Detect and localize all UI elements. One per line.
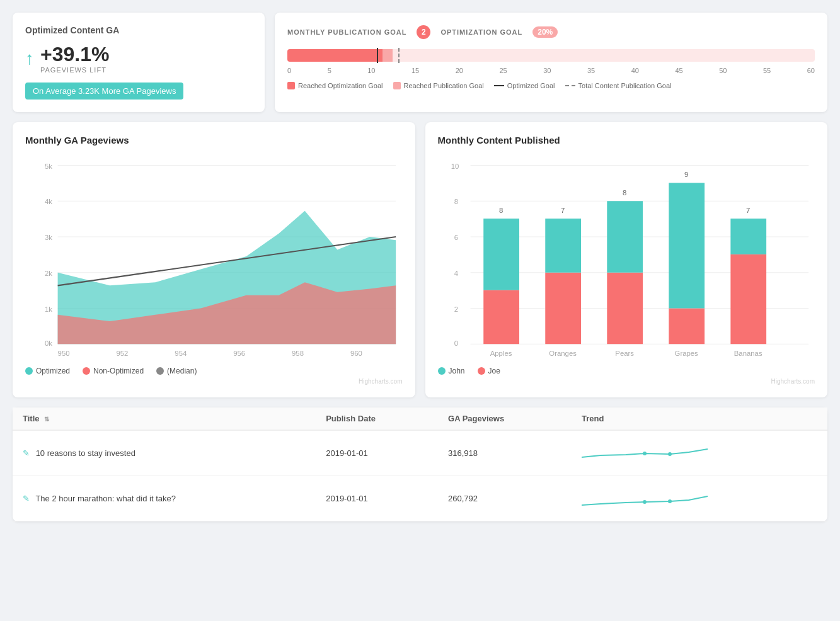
legend-reached-pub: Reached Publication Goal [393,82,484,89]
content-published-svg: 10 8 6 4 2 0 8 7 [438,156,815,357]
monthly-pub-label: MONTHLY PUBLICATION GOAL [287,28,406,36]
svg-text:0: 0 [454,339,457,347]
row1-trend [572,430,827,476]
ga-pageviews-svg: 5k 4k 3k 2k 1k 0k 950 952 954 956 958 [25,156,403,357]
svg-text:Pears: Pears [615,350,634,357]
goal-line-dashed [398,48,400,63]
svg-text:1k: 1k [45,305,52,313]
svg-text:Apples: Apples [490,350,512,357]
joe-dot [478,367,485,375]
table-header-row: Title ⇅ Publish Date GA Pageviews Trend [13,407,827,430]
content-chart-credit: Highcharts.com [438,378,815,385]
ga-chart-title: Monthly GA Pageviews [25,135,403,145]
row1-date: 2019-01-01 [316,430,438,476]
svg-text:2k: 2k [45,270,52,277]
svg-point-46 [668,499,672,503]
bar-apples-joe [483,290,519,345]
optimized-content-ga-card: Optimized Content GA ↑ +39.1% PAGEVIEWS … [13,13,265,112]
svg-text:Bananas: Bananas [734,350,762,357]
col-title: Title ⇅ [13,407,316,430]
bar-bananas-john [730,219,766,254]
optimized-dot [25,367,33,375]
lift-arrow-icon: ↑ [25,50,34,67]
svg-point-43 [643,452,647,455]
svg-text:8: 8 [498,207,502,214]
content-table-card: Title ⇅ Publish Date GA Pageviews Trend … [13,407,827,521]
axis-labels: 0 5 10 15 20 25 30 35 40 45 50 55 60 [287,67,815,74]
ga-chart-legend: Optimized Non-Optimized (Median) [25,367,403,375]
table-row: ✎ 10 reasons to stay invested 2019-01-01… [13,430,827,476]
publication-bar-area: 0 5 10 15 20 25 30 35 40 45 50 55 60 [287,49,815,74]
john-dot [438,367,446,375]
svg-point-44 [668,452,672,456]
progress-fill-pink [383,49,393,62]
bar-grapes-joe [669,308,705,344]
ga-chart-credit: Highcharts.com [25,378,403,385]
bar-oranges-john [545,219,581,273]
svg-text:950: 950 [58,350,70,357]
content-chart-title: Monthly Content Published [438,135,815,145]
bar-bananas-joe [730,254,766,344]
svg-text:7: 7 [746,207,750,214]
legend-total-pub-goal: Total Content Publication Goal [565,82,672,89]
non-optimized-dot [83,367,90,375]
svg-text:3k: 3k [45,234,52,241]
row2-date: 2019-01-01 [316,476,438,521]
monthly-ga-pageviews-card: Monthly GA Pageviews 5k 4k 3k 2k 1k 0k 9… [13,122,415,397]
row2-pageviews: 260,792 [438,476,572,521]
bar-apples-john [483,219,519,290]
row2-title: ✎ The 2 hour marathon: what did it take? [13,476,316,521]
edit-icon-2[interactable]: ✎ [23,494,30,503]
col-trend: Trend [572,407,827,430]
svg-text:2: 2 [454,305,457,313]
svg-text:7: 7 [560,207,564,214]
svg-text:954: 954 [175,350,187,357]
trend-svg-1 [582,440,708,465]
bar-oranges-joe [545,273,581,345]
legend-optimized: Optimized [25,367,70,375]
legend-optimized-goal: Optimized Goal [494,82,555,89]
svg-text:952: 952 [116,350,128,357]
lift-label: PAGEVIEWS LIFT [40,66,109,74]
svg-text:958: 958 [292,350,304,357]
publication-goal-card: MONTHLY PUBLICATION GOAL 2 OPTIMIZATION … [275,13,827,112]
lift-avg-text: On Average 3.23K More GA Pageviews [25,83,183,100]
svg-text:4: 4 [454,270,457,277]
col-publish-date: Publish Date [316,407,438,430]
legend-joe: Joe [478,367,500,375]
pub-header: MONTHLY PUBLICATION GOAL 2 OPTIMIZATION … [287,25,815,39]
legend-line-dashed [565,85,575,86]
legend-dot-red [287,82,295,89]
legend-john: John [438,367,465,375]
joe-label: Joe [488,367,500,375]
sort-icon[interactable]: ⇅ [44,416,49,423]
legend-non-optimized: Non-Optimized [83,367,144,375]
trend-svg-2 [582,485,708,510]
legend-median: (Median) [156,367,197,375]
non-optimized-label: Non-Optimized [93,367,144,375]
lift-percentage: +39.1% [40,43,109,66]
optimization-badge: 20% [532,26,558,38]
legend-line-solid [494,85,504,86]
table-row: ✎ The 2 hour marathon: what did it take?… [13,476,827,521]
optimized-label: Optimized [36,367,70,375]
john-label: John [449,367,465,375]
svg-point-45 [643,500,647,504]
row1-title: ✎ 10 reasons to stay invested [13,430,316,476]
col-ga-pageviews: GA Pageviews [438,407,572,430]
optimization-label: OPTIMIZATION GOAL [440,28,522,36]
content-chart-legend: John Joe [438,367,815,375]
legend-reached-opt: Reached Optimization Goal [287,82,383,89]
monthly-badge: 2 [417,25,430,39]
pub-legend: Reached Optimization Goal Reached Public… [287,82,815,89]
monthly-content-published-card: Monthly Content Published 10 8 6 4 2 0 8 [425,122,828,397]
edit-icon-1[interactable]: ✎ [23,448,30,458]
svg-text:5k: 5k [45,162,52,170]
median-dot [156,367,164,375]
bar-pears-john [607,201,643,273]
goal-line-solid [377,48,378,63]
svg-text:8: 8 [622,189,626,197]
svg-text:Oranges: Oranges [549,350,577,357]
svg-text:956: 956 [233,350,245,357]
svg-text:9: 9 [684,171,688,178]
